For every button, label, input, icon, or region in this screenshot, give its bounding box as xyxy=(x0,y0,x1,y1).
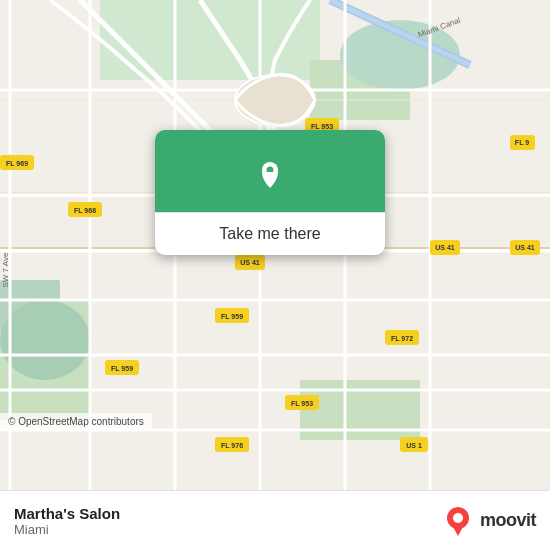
moovit-text: moovit xyxy=(480,510,536,531)
svg-text:FL 976: FL 976 xyxy=(221,442,243,449)
moovit-icon xyxy=(442,505,474,537)
place-info: Martha's Salon Miami xyxy=(14,505,120,537)
svg-text:US 41: US 41 xyxy=(435,244,455,251)
map-attribution: © OpenStreetMap contributors xyxy=(0,413,152,430)
svg-text:US 1: US 1 xyxy=(406,442,422,449)
svg-marker-62 xyxy=(452,525,464,536)
svg-text:FL 969: FL 969 xyxy=(6,160,28,167)
svg-text:FL 972: FL 972 xyxy=(391,335,413,342)
take-me-there-button[interactable]: Take me there xyxy=(155,212,385,255)
svg-text:SW 7 Ave: SW 7 Ave xyxy=(1,252,10,288)
svg-text:FL 9: FL 9 xyxy=(515,139,529,146)
popup-card: Take me there xyxy=(155,130,385,255)
svg-point-3 xyxy=(0,300,90,380)
place-name: Martha's Salon xyxy=(14,505,120,522)
place-city: Miami xyxy=(14,522,120,537)
svg-text:FL 968: FL 968 xyxy=(74,207,96,214)
moovit-logo: moovit xyxy=(442,505,536,537)
svg-text:FL 953: FL 953 xyxy=(311,123,333,130)
svg-point-61 xyxy=(453,513,463,523)
svg-text:FL 959: FL 959 xyxy=(221,313,243,320)
svg-text:US 41: US 41 xyxy=(515,244,535,251)
svg-text:FL 959: FL 959 xyxy=(111,365,133,372)
map-container: FL 953 FL 969 FL FL 968 US 41 US 41 US 4… xyxy=(0,0,550,490)
popup-green-area xyxy=(155,130,385,212)
svg-text:US 41: US 41 xyxy=(240,259,260,266)
location-pin-icon xyxy=(248,152,292,196)
svg-text:FL 953: FL 953 xyxy=(291,400,313,407)
bottom-info-bar: Martha's Salon Miami moovit xyxy=(0,490,550,550)
